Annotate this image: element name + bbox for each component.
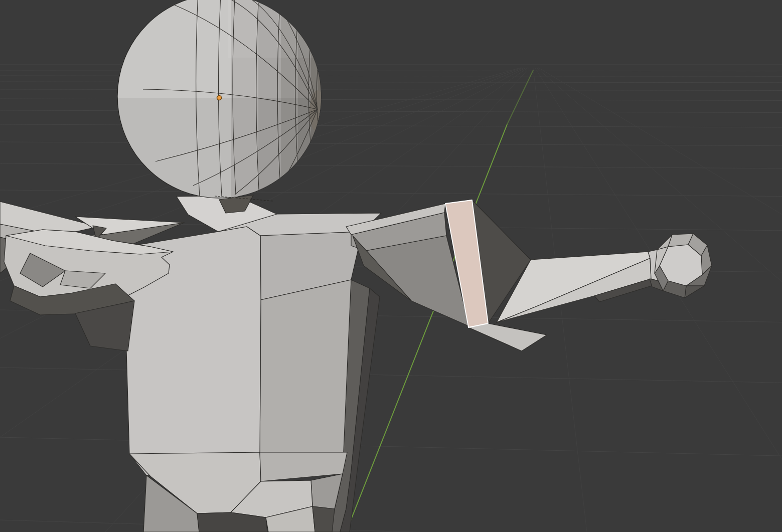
- origin-point-dot: [217, 96, 222, 100]
- grid-horizontal-line: [0, 71, 782, 71]
- torso-mid-back: [260, 280, 351, 452]
- right-leg-dark-edge: [312, 506, 335, 532]
- torso-mesh: [126, 195, 381, 532]
- viewport-svg[interactable]: [0, 0, 782, 532]
- blender-3d-viewport[interactable]: [0, 0, 782, 532]
